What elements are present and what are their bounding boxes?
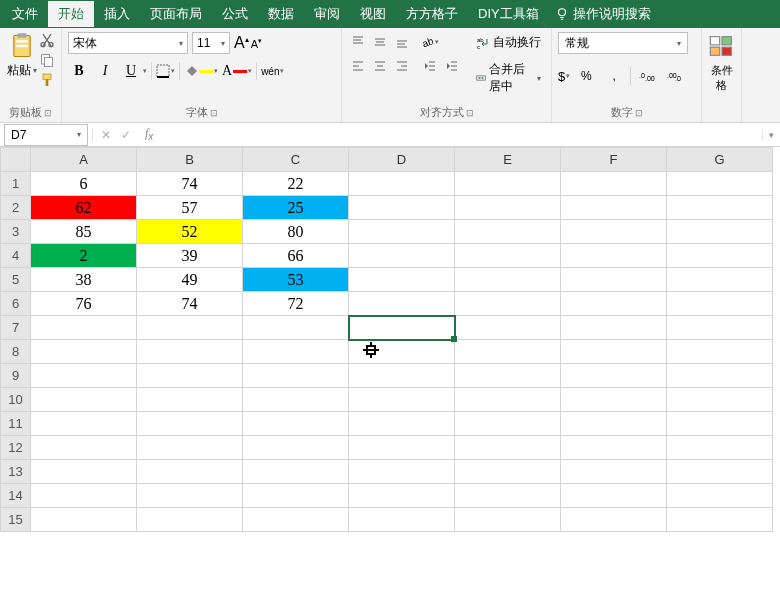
cell-C4[interactable]: 66: [243, 244, 349, 268]
cell-A6[interactable]: 76: [31, 292, 137, 316]
cell-B5[interactable]: 49: [137, 268, 243, 292]
cell-F7[interactable]: [561, 316, 667, 340]
align-right-button[interactable]: [392, 56, 412, 76]
cell-B9[interactable]: [137, 364, 243, 388]
cell-E2[interactable]: [455, 196, 561, 220]
cell-F10[interactable]: [561, 388, 667, 412]
cell-E15[interactable]: [455, 508, 561, 532]
col-header-E[interactable]: E: [455, 148, 561, 172]
col-header-A[interactable]: A: [31, 148, 137, 172]
cell-A14[interactable]: [31, 484, 137, 508]
cell-G6[interactable]: [667, 292, 773, 316]
cell-E5[interactable]: [455, 268, 561, 292]
cell-E1[interactable]: [455, 172, 561, 196]
cell-G1[interactable]: [667, 172, 773, 196]
cell-A4[interactable]: 2: [31, 244, 137, 268]
cell-G7[interactable]: [667, 316, 773, 340]
orientation-button[interactable]: ab▾: [420, 35, 439, 49]
cell-A12[interactable]: [31, 436, 137, 460]
cell-B8[interactable]: [137, 340, 243, 364]
menu-data[interactable]: 数据: [258, 1, 304, 27]
accounting-format-button[interactable]: $▾: [558, 69, 570, 84]
cell-C6[interactable]: 72: [243, 292, 349, 316]
formula-bar[interactable]: [159, 124, 762, 146]
cell-B2[interactable]: 57: [137, 196, 243, 220]
col-header-G[interactable]: G: [667, 148, 773, 172]
cell-D15[interactable]: [349, 508, 455, 532]
cell-G3[interactable]: [667, 220, 773, 244]
cell-C3[interactable]: 80: [243, 220, 349, 244]
border-button[interactable]: ▾: [156, 64, 175, 78]
italic-button[interactable]: I: [94, 60, 116, 82]
cell-E9[interactable]: [455, 364, 561, 388]
cut-icon[interactable]: [39, 32, 55, 48]
cell-D6[interactable]: [349, 292, 455, 316]
cell-D8[interactable]: [349, 340, 455, 364]
cell-A9[interactable]: [31, 364, 137, 388]
cell-E8[interactable]: [455, 340, 561, 364]
decrease-indent-button[interactable]: [420, 56, 440, 76]
cell-A7[interactable]: [31, 316, 137, 340]
cell-F3[interactable]: [561, 220, 667, 244]
menu-insert[interactable]: 插入: [94, 1, 140, 27]
cell-B10[interactable]: [137, 388, 243, 412]
cell-E11[interactable]: [455, 412, 561, 436]
cell-F5[interactable]: [561, 268, 667, 292]
cell-D9[interactable]: [349, 364, 455, 388]
cell-B15[interactable]: [137, 508, 243, 532]
tell-me[interactable]: 操作说明搜索: [555, 5, 651, 23]
cell-D12[interactable]: [349, 436, 455, 460]
cell-C1[interactable]: 22: [243, 172, 349, 196]
row-header-8[interactable]: 8: [1, 340, 31, 364]
paste-button[interactable]: 粘贴▾: [6, 32, 37, 79]
cell-A5[interactable]: 38: [31, 268, 137, 292]
cell-C13[interactable]: [243, 460, 349, 484]
cell-G13[interactable]: [667, 460, 773, 484]
cell-G8[interactable]: [667, 340, 773, 364]
cell-D3[interactable]: [349, 220, 455, 244]
cell-C2[interactable]: 25: [243, 196, 349, 220]
cell-B12[interactable]: [137, 436, 243, 460]
align-bottom-button[interactable]: [392, 32, 412, 52]
cell-F6[interactable]: [561, 292, 667, 316]
cell-E10[interactable]: [455, 388, 561, 412]
cell-F12[interactable]: [561, 436, 667, 460]
comma-button[interactable]: ,: [602, 66, 626, 86]
cell-A10[interactable]: [31, 388, 137, 412]
cell-C5[interactable]: 53: [243, 268, 349, 292]
row-header-15[interactable]: 15: [1, 508, 31, 532]
cell-D13[interactable]: [349, 460, 455, 484]
cell-E3[interactable]: [455, 220, 561, 244]
cell-D14[interactable]: [349, 484, 455, 508]
cell-C7[interactable]: [243, 316, 349, 340]
spreadsheet-grid[interactable]: ABCDEFG167422262572538552804239665384953…: [0, 147, 780, 532]
shrink-font-button[interactable]: A▾: [251, 37, 262, 50]
cell-A13[interactable]: [31, 460, 137, 484]
cell-B3[interactable]: 52: [137, 220, 243, 244]
cell-F11[interactable]: [561, 412, 667, 436]
cell-D5[interactable]: [349, 268, 455, 292]
cell-D7[interactable]: [349, 316, 455, 340]
cell-B4[interactable]: 39: [137, 244, 243, 268]
cell-F13[interactable]: [561, 460, 667, 484]
fill-color-button[interactable]: ▾: [184, 64, 218, 78]
cell-B11[interactable]: [137, 412, 243, 436]
menu-file[interactable]: 文件: [2, 1, 48, 27]
cell-D2[interactable]: [349, 196, 455, 220]
cell-C11[interactable]: [243, 412, 349, 436]
row-header-14[interactable]: 14: [1, 484, 31, 508]
number-format-select[interactable]: 常规▾: [558, 32, 688, 54]
cell-G11[interactable]: [667, 412, 773, 436]
cell-E14[interactable]: [455, 484, 561, 508]
format-painter-icon[interactable]: [39, 72, 55, 88]
increase-decimal-button[interactable]: .0.00: [635, 66, 659, 86]
cell-B1[interactable]: 74: [137, 172, 243, 196]
cell-B7[interactable]: [137, 316, 243, 340]
name-box[interactable]: D7▾: [4, 124, 88, 146]
cell-D11[interactable]: [349, 412, 455, 436]
row-header-12[interactable]: 12: [1, 436, 31, 460]
row-header-4[interactable]: 4: [1, 244, 31, 268]
align-middle-button[interactable]: [370, 32, 390, 52]
enter-formula-button[interactable]: ✓: [117, 128, 135, 142]
align-top-button[interactable]: [348, 32, 368, 52]
